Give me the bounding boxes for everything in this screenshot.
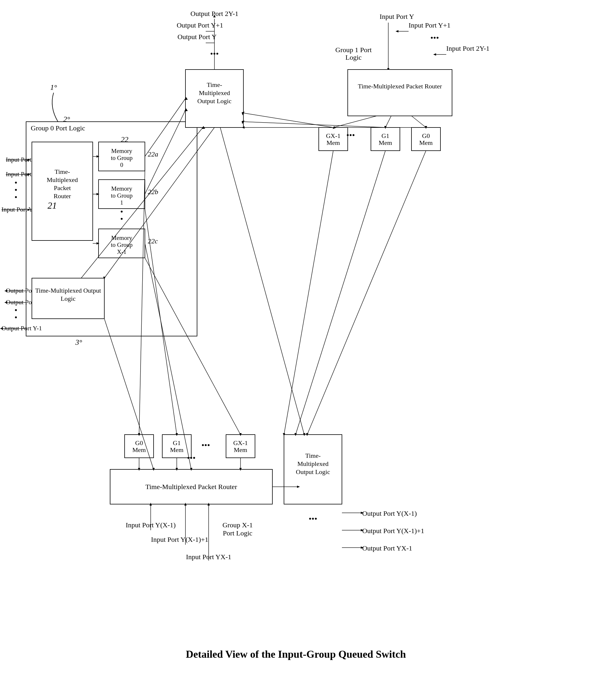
- full-diagram: [0, 0, 592, 700]
